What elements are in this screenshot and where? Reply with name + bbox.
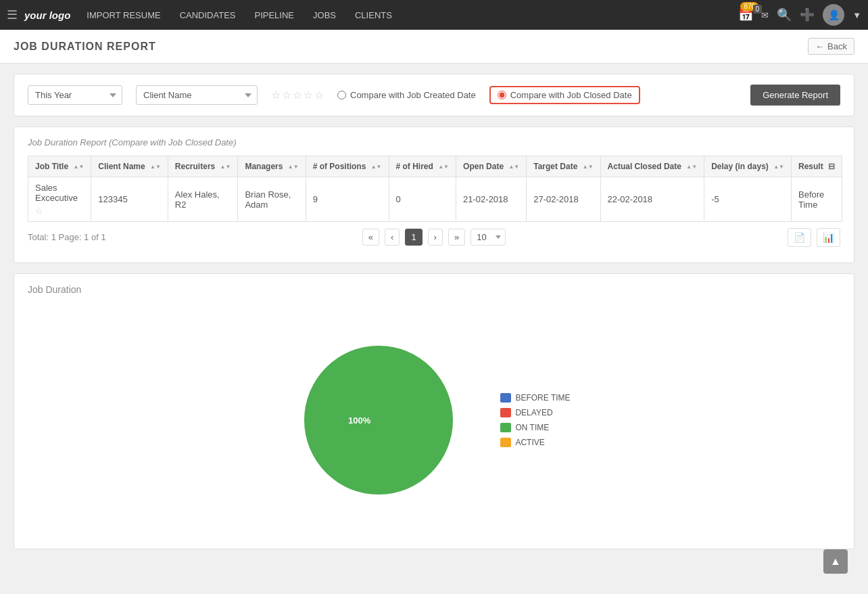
page-prev[interactable]: ‹ xyxy=(385,229,400,246)
cell-target-date: 27-02-2018 xyxy=(527,177,600,222)
export-excel-button[interactable]: 📊 xyxy=(817,228,840,247)
menu-icon[interactable]: ☰ xyxy=(7,7,18,22)
pie-svg xyxy=(297,339,460,501)
page-first[interactable]: « xyxy=(362,229,379,246)
star-4[interactable]: ☆ xyxy=(304,89,313,101)
cell-hired: 0 xyxy=(389,177,456,222)
sort-open-date[interactable]: ▲▼ xyxy=(508,164,519,170)
report-table: Job Title ▲▼ Client Name ▲▼ Recruiters ▲… xyxy=(28,156,842,222)
nav-pipeline[interactable]: PIPELINE xyxy=(251,9,297,22)
radio-closed-label[interactable]: Compare with Job Closed Date xyxy=(498,90,632,100)
filter-bar: This Year Last Year This Month Last Mont… xyxy=(14,74,854,116)
legend-label-on-time: ON TIME xyxy=(515,423,549,432)
cell-result: Before Time xyxy=(792,177,842,222)
message-count: 0 xyxy=(753,5,763,14)
col-managers[interactable]: Managers ▲▼ xyxy=(238,156,306,177)
sort-recruiters[interactable]: ▲▼ xyxy=(220,164,231,170)
star-rating[interactable]: ☆ ☆ ☆ ☆ ☆ xyxy=(271,89,324,101)
pie-chart: 100% xyxy=(297,339,460,501)
cell-actual-closed: 22-02-2018 xyxy=(600,177,704,222)
radio-created[interactable] xyxy=(337,91,346,99)
sort-client-name[interactable]: ▲▼ xyxy=(150,164,161,170)
legend-color-on-time xyxy=(500,423,511,432)
back-button[interactable]: ← Back xyxy=(808,38,854,55)
page-size-select[interactable]: 10 25 50 100 xyxy=(471,229,506,246)
top-navigation: ☰ your logo IMPORT RESUME CANDIDATES PIP… xyxy=(0,0,868,30)
col-delay[interactable]: Delay (in days) ▲▼ xyxy=(704,156,792,177)
radio-closed-text: Compare with Job Closed Date xyxy=(510,90,632,100)
star-2[interactable]: ☆ xyxy=(282,89,291,101)
nav-candidates[interactable]: CANDIDATES xyxy=(177,9,239,22)
star-3[interactable]: ☆ xyxy=(293,89,302,101)
col-client-name[interactable]: Client Name ▲▼ xyxy=(91,156,168,177)
nav-links: IMPORT RESUME CANDIDATES PIPELINE JOBS C… xyxy=(84,9,738,22)
col-recruiters[interactable]: Recruiters ▲▼ xyxy=(168,156,238,177)
legend-color-before-time xyxy=(500,393,511,403)
page-next[interactable]: › xyxy=(428,229,443,246)
main-content: This Year Last Year This Month Last Mont… xyxy=(0,64,868,570)
col-open-date[interactable]: Open Date ▲▼ xyxy=(456,156,527,177)
cell-delay: -5 xyxy=(704,177,792,222)
nav-import-resume[interactable]: IMPORT RESUME xyxy=(84,9,163,22)
radio-closed-box[interactable]: Compare with Job Closed Date xyxy=(489,86,640,104)
col-result[interactable]: Result ⊟ xyxy=(792,156,842,177)
nav-jobs[interactable]: JOBS xyxy=(310,9,339,22)
radio-created-text: Compare with Job Created Date xyxy=(350,90,476,100)
legend-label-active: ACTIVE xyxy=(515,438,544,447)
page-1[interactable]: 1 xyxy=(405,229,422,246)
search-icon[interactable]: 🔍 xyxy=(777,7,792,22)
user-avatar[interactable]: 👤 xyxy=(823,4,844,26)
col-positions[interactable]: # of Positions ▲▼ xyxy=(306,156,389,177)
calendar-icon[interactable]: 📅 870 xyxy=(738,7,753,22)
page-header: JOB DURATION REPORT ← Back xyxy=(0,30,868,64)
messages-button[interactable]: ✉ 0 xyxy=(761,10,769,20)
add-icon[interactable]: ➕ xyxy=(800,7,815,22)
pie-label: 100% xyxy=(348,415,370,426)
chart-legend: BEFORE TIME DELAYED ON TIME ACTIVE xyxy=(500,393,570,447)
table-row: Sales Excecutive ☆ 123345 Alex Hales, R2… xyxy=(28,177,842,222)
generate-report-button[interactable]: Generate Report xyxy=(750,85,840,106)
scroll-to-top-button[interactable]: ▲ xyxy=(823,549,848,570)
sort-actual-closed[interactable]: ▲▼ xyxy=(686,164,697,170)
sort-job-title[interactable]: ▲▼ xyxy=(73,164,84,170)
filter-icon[interactable]: ⊟ xyxy=(828,162,835,171)
export-pdf-button[interactable]: 📄 xyxy=(788,228,811,247)
page-title: JOB DURATION REPORT xyxy=(14,41,156,53)
legend-label-delayed: DELAYED xyxy=(515,408,552,417)
pie-segment-before-time xyxy=(304,346,453,495)
cell-recruiters: Alex Hales, R2 xyxy=(168,177,238,222)
page-last[interactable]: » xyxy=(448,229,465,246)
radio-closed[interactable] xyxy=(498,91,506,99)
back-label: Back xyxy=(827,41,847,51)
col-hired[interactable]: # of Hired ▲▼ xyxy=(389,156,456,177)
legend-color-active xyxy=(500,438,511,447)
chart-title: Job Duration xyxy=(28,284,840,295)
cell-open-date: 21-02-2018 xyxy=(456,177,527,222)
client-name-select[interactable]: Client Name Client A Client B xyxy=(136,85,258,105)
nav-clients[interactable]: CLIENTS xyxy=(352,9,395,22)
legend-on-time: ON TIME xyxy=(500,423,570,432)
chart-section: Job Duration 100% BEFORE TIME DEL xyxy=(14,273,854,549)
col-job-title[interactable]: Job Title ▲▼ xyxy=(28,156,91,177)
message-icon: ✉ xyxy=(761,10,769,20)
pagination-info: Total: 1 Page: 1 of 1 xyxy=(28,232,106,242)
legend-active: ACTIVE xyxy=(500,438,570,447)
col-actual-closed[interactable]: Actual Closed Date ▲▼ xyxy=(600,156,704,177)
star-5[interactable]: ☆ xyxy=(314,89,324,101)
compare-radio-group: Compare with Job Created Date Compare wi… xyxy=(337,86,640,104)
sort-hired[interactable]: ▲▼ xyxy=(438,164,449,170)
table-header-row: Job Title ▲▼ Client Name ▲▼ Recruiters ▲… xyxy=(28,156,842,177)
cell-positions: 9 xyxy=(306,177,389,222)
sort-target-date[interactable]: ▲▼ xyxy=(583,164,594,170)
star-1[interactable]: ☆ xyxy=(271,89,281,101)
user-dropdown-arrow[interactable]: ▼ xyxy=(852,10,861,20)
cell-managers: Brian Rose, Adam xyxy=(238,177,306,222)
sort-positions[interactable]: ▲▼ xyxy=(371,164,382,170)
cell-job-title: Sales Excecutive ☆ xyxy=(28,177,91,222)
radio-created-label[interactable]: Compare with Job Created Date xyxy=(337,90,476,100)
sort-managers[interactable]: ▲▼ xyxy=(288,164,299,170)
sort-delay[interactable]: ▲▼ xyxy=(773,164,784,170)
report-subtitle: Job Duration Report (Compare with Job Cl… xyxy=(28,137,840,147)
col-target-date[interactable]: Target Date ▲▼ xyxy=(527,156,600,177)
time-period-select[interactable]: This Year Last Year This Month Last Mont… xyxy=(28,85,122,105)
